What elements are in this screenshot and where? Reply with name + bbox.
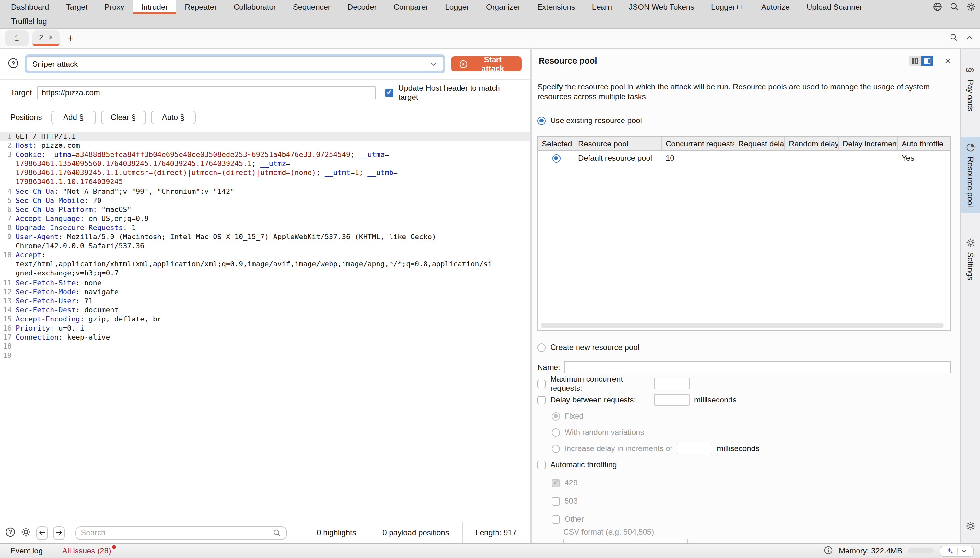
gear-icon[interactable] bbox=[966, 2, 976, 11]
fixed-radio[interactable] bbox=[552, 412, 560, 420]
event-log-button[interactable]: Event log bbox=[10, 547, 43, 555]
request-line[interactable]: 13Sec-Fetch-User: ?1 bbox=[0, 297, 530, 305]
attack-tab-1[interactable]: 1 bbox=[5, 30, 28, 46]
menu-item-comparer[interactable]: Comparer bbox=[385, 0, 437, 14]
request-line[interactable]: 179863461.1354095560.1764039245.17640392… bbox=[0, 160, 530, 169]
help-icon[interactable]: ? bbox=[5, 527, 16, 539]
menu-item-logger[interactable]: Logger++ bbox=[703, 0, 753, 14]
request-line[interactable]: 179863461.1764039245.1.1.utmcsr=(direct)… bbox=[0, 169, 530, 178]
row-selected-radio[interactable] bbox=[552, 154, 560, 162]
horizontal-scrollbar[interactable] bbox=[540, 323, 944, 328]
table-row[interactable]: Default resource pool10Yes bbox=[538, 151, 950, 165]
increase-delay-input[interactable] bbox=[677, 443, 712, 454]
menu-item-organizer[interactable]: Organizer bbox=[478, 0, 529, 14]
search-icon[interactable] bbox=[950, 2, 959, 11]
random-variations-radio[interactable] bbox=[552, 428, 560, 437]
column-header-selected[interactable]: Selected bbox=[538, 137, 574, 151]
menu-item-logger[interactable]: Logger bbox=[437, 0, 478, 14]
request-line[interactable]: 14Sec-Fetch-Dest: document bbox=[0, 306, 530, 315]
column-header-auto-throttle[interactable]: Auto throttle bbox=[898, 137, 950, 151]
request-line[interactable]: Chrome/142.0.0.0 Safari/537.36 bbox=[0, 242, 530, 251]
use-existing-pool-option[interactable]: Use existing resource pool bbox=[537, 115, 951, 126]
request-line[interactable]: 9User-Agent: Mozilla/5.0 (Macintosh; Int… bbox=[0, 233, 530, 242]
request-line[interactable]: 10Accept: bbox=[0, 251, 530, 260]
gear-icon[interactable] bbox=[21, 527, 31, 539]
menu-item-proxy[interactable]: Proxy bbox=[96, 0, 133, 14]
request-line[interactable]: 1GET / HTTP/1.1 bbox=[0, 132, 530, 141]
menu-item-target[interactable]: Target bbox=[57, 0, 96, 14]
layout-split-icon[interactable] bbox=[908, 56, 921, 66]
request-line[interactable]: 2Host: pizza.com bbox=[0, 141, 530, 150]
layout-docked-icon[interactable] bbox=[921, 56, 933, 66]
attack-type-select[interactable]: Sniper attack bbox=[26, 56, 443, 71]
other-checkbox[interactable] bbox=[552, 515, 560, 524]
column-header-delay-increment[interactable]: Delay increment bbox=[839, 137, 898, 151]
attack-tab-2[interactable]: 2× bbox=[33, 30, 60, 46]
side-tab-resource-pool[interactable]: Resource pool bbox=[960, 137, 980, 213]
clear-section-button[interactable]: Clear § bbox=[101, 110, 146, 124]
menu-item-intruder[interactable]: Intruder bbox=[133, 0, 177, 14]
menu-item-learn[interactable]: Learn bbox=[584, 0, 620, 14]
settings-gear-icon[interactable] bbox=[965, 521, 975, 533]
auto-throttling-checkbox[interactable] bbox=[537, 460, 546, 469]
request-line[interactable]: 12Sec-Fetch-Mode: navigate bbox=[0, 287, 530, 297]
column-header-concurrent-requests[interactable]: Concurrent requests bbox=[662, 137, 734, 151]
search-icon[interactable] bbox=[950, 33, 958, 43]
column-header-resource-pool[interactable]: Resource pool bbox=[574, 137, 662, 151]
request-line[interactable]: 15Accept-Encoding: gzip, deflate, br bbox=[0, 315, 530, 324]
editor-search-input[interactable] bbox=[81, 528, 269, 537]
help-icon[interactable]: ? bbox=[8, 57, 19, 70]
request-line[interactable]: text/html,application/xhtml+xml,applicat… bbox=[0, 260, 530, 269]
status-code-checkbox-429[interactable] bbox=[552, 479, 560, 487]
all-issues-button[interactable]: All issues (28) bbox=[62, 547, 117, 555]
request-line[interactable]: 4Sec-Ch-Ua: "Not_A Brand";v="99", "Chrom… bbox=[0, 187, 530, 196]
request-line[interactable]: 8Upgrade-Insecure-Requests: 1 bbox=[0, 223, 530, 233]
request-line[interactable]: 16Priority: u=0, i bbox=[0, 324, 530, 333]
info-icon[interactable] bbox=[824, 545, 833, 556]
request-line[interactable]: 7Accept-Language: en-US,en;q=0.9 bbox=[0, 215, 530, 223]
close-icon[interactable]: × bbox=[942, 55, 954, 66]
new-tab-button[interactable]: + bbox=[64, 33, 78, 44]
auto-section-button[interactable]: Auto § bbox=[151, 110, 195, 124]
create-new-radio[interactable] bbox=[537, 343, 546, 351]
side-tab-payloads[interactable]: §Payloads bbox=[960, 59, 980, 118]
status-code-checkbox-503[interactable] bbox=[552, 497, 560, 505]
menu-item-repeater[interactable]: Repeater bbox=[176, 0, 225, 14]
request-line[interactable]: 3Cookie: _utma=a3488d85efea84ff3b04e695e… bbox=[0, 150, 530, 159]
target-input[interactable] bbox=[37, 86, 376, 99]
pool-name-input[interactable] bbox=[564, 361, 951, 373]
create-new-pool-option[interactable]: Create new resource pool bbox=[537, 341, 951, 353]
add-section-button[interactable]: Add § bbox=[51, 110, 95, 124]
use-existing-radio[interactable] bbox=[537, 117, 546, 125]
menu-item-extensions[interactable]: Extensions bbox=[529, 0, 583, 14]
menu-item-upload-scanner[interactable]: Upload Scanner bbox=[798, 0, 871, 14]
menu-item-autorize[interactable]: Autorize bbox=[753, 0, 798, 14]
menu-item-collaborator[interactable]: Collaborator bbox=[225, 0, 284, 14]
column-header-random-delay[interactable]: Random delay bbox=[785, 137, 839, 151]
max-concurrent-checkbox[interactable] bbox=[537, 379, 546, 388]
start-attack-button[interactable]: Start attack bbox=[451, 56, 522, 71]
request-line[interactable]: 179863461.1.10.1764039245 bbox=[0, 178, 530, 187]
request-line[interactable]: 5Sec-Ch-Ua-Mobile: ?0 bbox=[0, 196, 530, 205]
request-line[interactable]: 17Connection: keep-alive bbox=[0, 333, 530, 342]
menu-item-dashboard[interactable]: Dashboard bbox=[3, 0, 57, 14]
delay-between-input[interactable] bbox=[654, 394, 689, 406]
max-concurrent-input[interactable] bbox=[654, 378, 689, 389]
increase-delay-radio[interactable] bbox=[552, 444, 560, 453]
request-line[interactable]: 6Sec-Ch-Ua-Platform: "macOS" bbox=[0, 205, 530, 215]
close-tab-icon[interactable]: × bbox=[48, 33, 53, 42]
menu-item-decoder[interactable]: Decoder bbox=[339, 0, 385, 14]
menu-item-json-web-tokens[interactable]: JSON Web Tokens bbox=[620, 0, 703, 14]
menu-item-sequencer[interactable]: Sequencer bbox=[284, 0, 339, 14]
request-editor[interactable]: 1GET / HTTP/1.12Host: pizza.com3Cookie: … bbox=[0, 129, 530, 522]
request-line[interactable]: 11Sec-Fetch-Site: none bbox=[0, 278, 530, 287]
column-header-request-delay[interactable]: Request delay bbox=[734, 137, 785, 151]
ai-assistant-button[interactable] bbox=[940, 545, 973, 556]
delay-between-checkbox[interactable] bbox=[537, 396, 546, 404]
globe-icon[interactable] bbox=[933, 2, 942, 11]
request-line[interactable]: gned-exchange;v=b3;q=0.7 bbox=[0, 269, 530, 278]
request-line[interactable]: 18 bbox=[0, 342, 530, 351]
menu-item-trufflehog[interactable]: TruffleHog bbox=[3, 14, 56, 28]
next-arrow-button[interactable] bbox=[53, 526, 65, 540]
request-line[interactable]: 19 bbox=[0, 351, 530, 361]
